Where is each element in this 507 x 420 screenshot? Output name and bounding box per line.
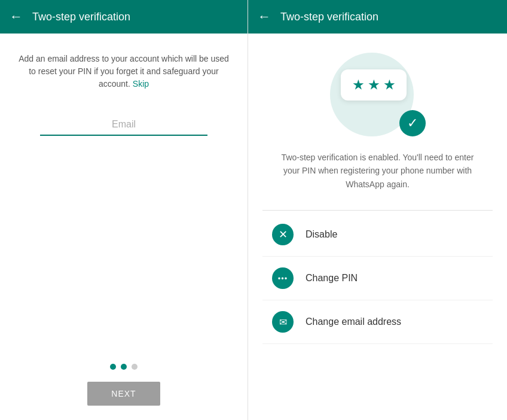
checkmark-icon: ✓ bbox=[407, 115, 418, 131]
right-panel: ← Two-step verification ★ ★ ★ ✓ Two-step… bbox=[248, 0, 507, 420]
disable-icon: ✕ bbox=[272, 224, 294, 245]
change-pin-icon: ••• bbox=[272, 267, 294, 289]
divider-top bbox=[262, 210, 493, 211]
change-pin-menu-item[interactable]: ••• Change PIN bbox=[262, 257, 493, 300]
left-footer: NEXT bbox=[0, 354, 248, 420]
skip-link[interactable]: Skip bbox=[133, 79, 149, 89]
disable-menu-item[interactable]: ✕ Disable bbox=[262, 213, 493, 257]
left-panel: ← Two-step verification Add an email add… bbox=[0, 0, 248, 420]
pin-star-1: ★ bbox=[353, 78, 364, 92]
dots-indicator bbox=[110, 364, 138, 370]
pin-star-2: ★ bbox=[368, 78, 379, 92]
pin-illustration: ★ ★ ★ ✓ bbox=[330, 53, 426, 136]
dot-3 bbox=[132, 364, 138, 370]
right-description: Two-step verification is enabled. You'll… bbox=[276, 151, 479, 191]
disable-label: Disable bbox=[306, 229, 337, 240]
right-back-button[interactable]: ← bbox=[258, 9, 271, 25]
left-back-button[interactable]: ← bbox=[10, 9, 23, 25]
email-input-container bbox=[40, 114, 207, 136]
left-content: Add an email address to your account whi… bbox=[0, 34, 248, 354]
pin-bubble: ★ ★ ★ bbox=[341, 69, 407, 101]
right-content: ★ ★ ★ ✓ Two-step verification is enabled… bbox=[248, 34, 507, 420]
left-description: Add an email address to your account whi… bbox=[14, 53, 233, 90]
email-input[interactable] bbox=[40, 114, 207, 136]
right-header: ← Two-step verification bbox=[248, 0, 507, 34]
dot-2 bbox=[121, 364, 127, 370]
pin-star-3: ★ bbox=[384, 78, 395, 92]
left-header: ← Two-step verification bbox=[0, 0, 248, 34]
change-email-label: Change email address bbox=[306, 316, 401, 327]
dot-1 bbox=[110, 364, 116, 370]
left-header-title: Two-step verification bbox=[32, 11, 130, 23]
change-pin-label: Change PIN bbox=[306, 273, 358, 284]
change-email-menu-item[interactable]: ✉ Change email address bbox=[262, 300, 493, 344]
right-header-title: Two-step verification bbox=[280, 11, 378, 23]
next-button[interactable]: NEXT bbox=[87, 382, 160, 406]
change-email-icon: ✉ bbox=[272, 311, 294, 333]
check-circle: ✓ bbox=[399, 110, 426, 136]
